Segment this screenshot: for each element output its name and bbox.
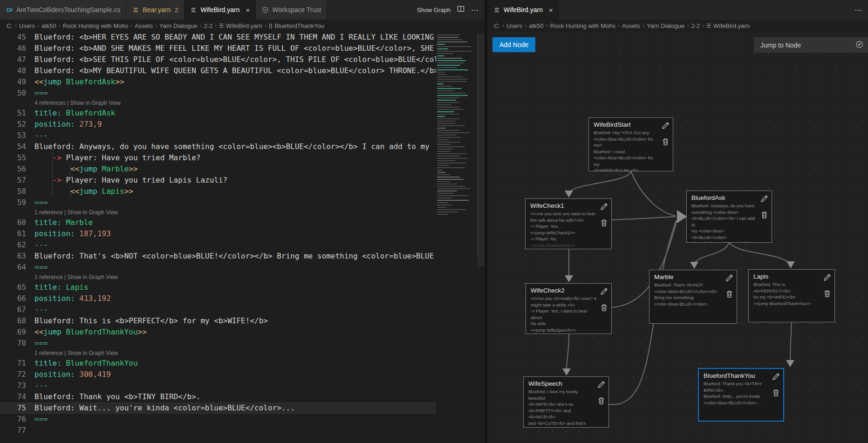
code-line-50[interactable]: 50=== bbox=[0, 88, 436, 99]
code-line-57[interactable]: 57 -> Player: Have you tried Lapis Lazul… bbox=[0, 175, 436, 186]
code-line-60[interactable]: 60title: Marble bbox=[0, 217, 436, 228]
breadcrumb-item[interactable]: atk50 bbox=[529, 22, 544, 29]
codelens-references[interactable]: 1 reference | Show in Graph View bbox=[0, 349, 436, 358]
code-line-68[interactable]: 68Blueford: This is <b>PERFECT</b> for m… bbox=[0, 315, 436, 327]
code-line-76[interactable]: 76=== bbox=[0, 414, 436, 425]
breadcrumb-item[interactable]: 2-2 bbox=[691, 22, 700, 29]
tab-bear-yarn[interactable]: Bear.yarn2 bbox=[126, 0, 184, 20]
code-line-46[interactable]: 46Blueford: <b>AND SHE MAKES ME FEEL LIK… bbox=[0, 43, 436, 54]
code-line-45[interactable]: 45Blueford: <b>HER EYES ARE SO BEADY AND… bbox=[0, 32, 436, 43]
graph-node-BluefordAsk[interactable]: BluefordAskBlueford: Anyways, do you hav… bbox=[686, 191, 772, 243]
graph-node-WifeCheck2[interactable]: WifeCheck2<i>Are you <b>really</b> sure?… bbox=[526, 283, 612, 334]
close-icon[interactable]: × bbox=[246, 6, 250, 14]
add-node-button[interactable]: Add Node bbox=[492, 37, 535, 52]
breadcrumb-item[interactable]: C: bbox=[494, 22, 500, 29]
edit-node-icon[interactable] bbox=[600, 287, 608, 297]
code-line-62[interactable]: 62--- bbox=[0, 239, 436, 251]
code-line-73[interactable]: 73--- bbox=[0, 380, 436, 391]
code-line-70[interactable]: 70=== bbox=[0, 338, 436, 349]
graph-node-WifeCheck1[interactable]: WifeCheck1<i>Are you sure you want to he… bbox=[525, 198, 612, 249]
breadcrumb-item[interactable]: Users bbox=[506, 22, 522, 29]
graph-node-WifeSpeech[interactable]: WifeSpeechBlueford: I love my lovely, be… bbox=[523, 376, 609, 428]
code-editor[interactable]: 45Blueford: <b>HER EYES ARE SO BEADY AND… bbox=[0, 32, 485, 443]
edit-node-icon[interactable] bbox=[772, 373, 780, 382]
breadcrumb-item[interactable]: Assets bbox=[135, 22, 153, 29]
more-actions-icon[interactable]: ⋯ bbox=[471, 6, 479, 14]
breadcrumb-item[interactable]: ☰WifeBird.yarn bbox=[219, 22, 262, 29]
minimap[interactable] bbox=[436, 33, 477, 443]
edit-node-icon[interactable] bbox=[760, 195, 768, 204]
code-line-48[interactable]: 48Blueford: <b>MY BEAUTIFUL WIFE QUEEN G… bbox=[0, 65, 436, 76]
code-line-74[interactable]: 74Blueford: Thank you <b>TINY BIRD</b>. bbox=[0, 391, 436, 402]
breadcrumb-item[interactable]: Yarn Dialogue bbox=[159, 22, 197, 29]
graph-node-Lapis[interactable]: LapisBlueford: This is <b>PERFECT</b> fo… bbox=[748, 269, 835, 322]
code-line-66[interactable]: 66position: 413,192 bbox=[0, 293, 436, 304]
code-line-47[interactable]: 47Blueford: <b>SEE THIS PILE OF <color=b… bbox=[0, 54, 436, 65]
code-line-71[interactable]: 71title: BluefordThankYou bbox=[0, 358, 436, 369]
code-line-69[interactable]: 69<<jump BluefordThankYou>> bbox=[0, 327, 436, 338]
node-body: Blueford: Anyways, do you have something… bbox=[691, 203, 758, 243]
code-line-54[interactable]: 54Blueford: Anyways, do you have somethi… bbox=[0, 141, 436, 152]
code-line-52[interactable]: 52position: 273,9 bbox=[0, 119, 436, 130]
code-line-55[interactable]: 55 -> Player: Have you tried Marble? bbox=[0, 152, 436, 164]
code-line-63[interactable]: 63Blueford: That's <b>NOT <color=blue>BL… bbox=[0, 251, 436, 262]
show-graph-button[interactable]: Show Graph bbox=[417, 7, 451, 14]
codelens-references[interactable]: 1 reference | Show in Graph View bbox=[0, 273, 436, 282]
delete-node-icon[interactable] bbox=[662, 138, 670, 148]
code-line-64[interactable]: 64=== bbox=[0, 262, 436, 273]
graph-node-BluefordThankYou[interactable]: BluefordThankYouBlueford: Thank you <b>T… bbox=[698, 368, 784, 422]
breadcrumb-item[interactable]: Rock Hunting with Mohs bbox=[550, 22, 615, 29]
code-line-75[interactable]: 75Blueford: Wait... you're kinda <color=… bbox=[0, 402, 436, 414]
line-number: 68 bbox=[0, 315, 26, 327]
codelens-references[interactable]: 4 references | Show in Graph View bbox=[0, 99, 436, 108]
tab-wifebird-yarn[interactable]: WifeBird.yarn× bbox=[185, 0, 256, 20]
jump-to-node-dropdown[interactable]: Jump to Node bbox=[754, 37, 868, 53]
tab-aretwocolliderstouchingsample-cs[interactable]: C#AreTwoCollidersTouchingSample.cs bbox=[0, 0, 126, 20]
breadcrumb-item[interactable]: Rock Hunting with Mohs bbox=[63, 22, 128, 29]
edit-node-icon[interactable] bbox=[600, 203, 608, 212]
breadcrumb-item[interactable]: Users bbox=[19, 22, 35, 29]
delete-node-icon[interactable] bbox=[600, 219, 608, 229]
minimap-line bbox=[437, 104, 451, 105]
breadcrumb-item[interactable]: Yarn Dialogue bbox=[647, 22, 684, 29]
indent-guide bbox=[52, 175, 53, 186]
breadcrumb-item[interactable]: C: bbox=[7, 22, 13, 29]
delete-node-icon[interactable] bbox=[600, 304, 608, 314]
code-line-72[interactable]: 72position: 300,419 bbox=[0, 369, 436, 380]
code-line-49[interactable]: 49<<jump BluefordAsk>> bbox=[0, 76, 436, 88]
breadcrumb-item[interactable]: {}BluefordThankYou bbox=[269, 22, 324, 29]
delete-node-icon[interactable] bbox=[772, 389, 780, 399]
yarn-graph-canvas[interactable]: WifeBirdStartBlueford: Hey YOU! Got any … bbox=[487, 32, 868, 443]
edit-node-icon[interactable] bbox=[662, 122, 670, 131]
graph-node-WifeBirdStart[interactable]: WifeBirdStartBlueford: Hey YOU! Got any … bbox=[588, 117, 673, 171]
code-line-67[interactable]: 67--- bbox=[0, 304, 436, 315]
edit-node-icon[interactable] bbox=[725, 274, 733, 284]
breadcrumb-item[interactable]: Assets bbox=[622, 22, 640, 29]
edit-node-icon[interactable] bbox=[597, 381, 605, 390]
breadcrumb-item[interactable]: atk50 bbox=[41, 22, 56, 29]
delete-node-icon[interactable] bbox=[725, 290, 733, 300]
minimap-line bbox=[437, 160, 456, 161]
graph-node-Marble[interactable]: MarbleBlueford: That's <b>NOT <color=blu… bbox=[649, 270, 737, 324]
delete-node-icon[interactable] bbox=[823, 290, 831, 300]
code-line-77[interactable]: 77 bbox=[0, 425, 436, 436]
split-editor-icon[interactable] bbox=[457, 5, 465, 14]
tab-workspace-trust[interactable]: Workspace Trust bbox=[256, 0, 327, 20]
code-line-53[interactable]: 53--- bbox=[0, 130, 436, 141]
code-line-56[interactable]: 56 <<jump Marble>> bbox=[0, 164, 436, 175]
code-line-59[interactable]: 59=== bbox=[0, 197, 436, 208]
code-line-61[interactable]: 61position: 187,193 bbox=[0, 228, 436, 239]
delete-node-icon[interactable] bbox=[760, 211, 768, 221]
breadcrumb-item[interactable]: 2-2 bbox=[204, 22, 212, 29]
code-line-51[interactable]: 51title: BluefordAsk bbox=[0, 108, 436, 119]
code-line-65[interactable]: 65title: Lapis bbox=[0, 282, 436, 293]
tab-wifebird-yarn[interactable]: WifeBird.yarn× bbox=[487, 0, 559, 20]
codelens-references[interactable]: 1 reference | Show in Graph View bbox=[0, 208, 436, 217]
code-line-58[interactable]: 58 <<jump Lapis>> bbox=[0, 186, 436, 197]
more-actions-icon[interactable]: ⋯ bbox=[854, 6, 862, 14]
edit-node-icon[interactable] bbox=[823, 273, 831, 283]
delete-node-icon[interactable] bbox=[597, 397, 605, 407]
close-icon[interactable]: × bbox=[549, 6, 553, 14]
scrollbar-track[interactable] bbox=[478, 34, 485, 266]
breadcrumb-item[interactable]: ☰WifeBird.yarn bbox=[706, 22, 750, 29]
